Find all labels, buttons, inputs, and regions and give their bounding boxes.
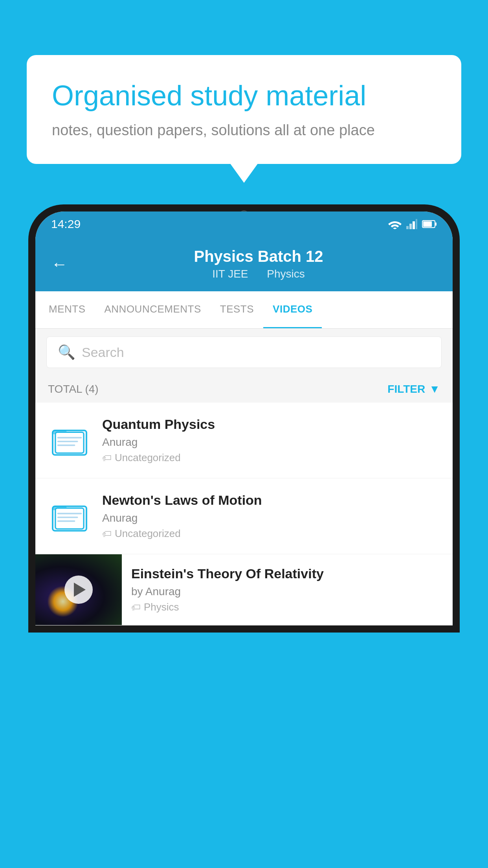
back-button[interactable]: ← (51, 255, 68, 274)
tag-icon-2: 🏷 (102, 528, 112, 539)
filter-button[interactable]: FILTER ▼ (387, 383, 440, 395)
list-item[interactable]: Quantum Physics Anurag 🏷 Uncategorized (35, 403, 453, 478)
svg-rect-5 (423, 221, 432, 227)
tag-icon-1: 🏷 (102, 452, 112, 463)
svg-rect-15 (57, 517, 78, 518)
svg-rect-11 (57, 445, 75, 446)
phone-outer: 14:29 (28, 204, 460, 633)
status-icons (388, 219, 437, 229)
svg-rect-10 (57, 441, 78, 442)
list-item[interactable]: Newton's Laws of Motion Anurag 🏷 Uncateg… (35, 478, 453, 554)
speech-bubble: Organised study material notes, question… (27, 55, 461, 164)
svg-rect-6 (435, 223, 437, 226)
header-title-area: Physics Batch 12 IIT JEE Physics (80, 248, 437, 280)
speech-bubble-container: Organised study material notes, question… (27, 55, 461, 164)
list-item[interactable]: Einstein's Theory Of Relativity by Anura… (35, 554, 453, 625)
video-author-3: by Anurag (131, 585, 443, 598)
folder-icon (51, 421, 88, 459)
svg-rect-1 (409, 224, 412, 229)
phone-frame: 14:29 (28, 204, 460, 868)
svg-rect-0 (406, 226, 409, 229)
video-info-3: Einstein's Theory Of Relativity by Anura… (122, 555, 453, 624)
tab-announcements[interactable]: ANNOUNCEMENTS (95, 291, 211, 328)
video-title-2: Newton's Laws of Motion (102, 493, 440, 508)
filter-icon: ▼ (429, 383, 440, 395)
filter-label: FILTER (387, 383, 425, 395)
battery-icon (422, 220, 437, 228)
video-title-3: Einstein's Theory Of Relativity (131, 566, 443, 581)
tab-ments[interactable]: MENTS (39, 291, 95, 328)
tab-tests[interactable]: TESTS (211, 291, 263, 328)
tab-videos[interactable]: VIDEOS (263, 291, 322, 328)
tag-icon-3: 🏷 (131, 602, 141, 613)
video-tag-2: 🏷 Uncategorized (102, 528, 440, 540)
header-subtitle: IIT JEE Physics (80, 268, 437, 280)
svg-rect-3 (416, 219, 417, 229)
video-title-1: Quantum Physics (102, 417, 440, 432)
svg-rect-8 (55, 432, 84, 453)
svg-rect-13 (55, 508, 84, 529)
svg-rect-9 (57, 437, 82, 439)
filter-bar: TOTAL (4) FILTER ▼ (35, 376, 453, 403)
bubble-title: Organised study material (52, 79, 436, 112)
video-thumbnail (35, 554, 122, 625)
svg-rect-2 (413, 221, 415, 229)
tag-label-1: Uncategorized (115, 452, 181, 464)
svg-rect-14 (57, 513, 82, 515)
video-author-1: Anurag (102, 436, 440, 449)
search-bar[interactable]: 🔍 Search (46, 337, 442, 368)
video-tag-3: 🏷 Physics (131, 601, 443, 613)
tag-label-2: Uncategorized (115, 528, 181, 540)
search-container: 🔍 Search (35, 329, 453, 376)
video-list: Quantum Physics Anurag 🏷 Uncategorized (35, 403, 453, 625)
video-info-2: Newton's Laws of Motion Anurag 🏷 Uncateg… (102, 493, 440, 540)
folder-thumb-1 (48, 419, 91, 462)
video-tag-1: 🏷 Uncategorized (102, 452, 440, 464)
folder-icon (51, 497, 88, 535)
header-subtitle-physics: Physics (267, 268, 305, 280)
app-header: ← Physics Batch 12 IIT JEE Physics (35, 237, 453, 291)
wifi-icon (388, 219, 402, 229)
search-icon: 🔍 (58, 344, 75, 360)
search-placeholder-text: Search (82, 345, 124, 360)
tag-label-3: Physics (144, 601, 179, 613)
phone-inner: 14:29 (35, 211, 453, 625)
header-subtitle-iitjee: IIT JEE (212, 268, 248, 280)
signal-icon (406, 219, 417, 229)
svg-rect-16 (57, 520, 75, 522)
video-author-2: Anurag (102, 512, 440, 524)
bubble-subtitle: notes, question papers, solutions all at… (52, 122, 436, 139)
play-triangle (74, 583, 86, 597)
tab-bar: MENTS ANNOUNCEMENTS TESTS VIDEOS (35, 291, 453, 329)
total-count: TOTAL (4) (48, 383, 99, 395)
folder-thumb-2 (48, 495, 91, 538)
header-title: Physics Batch 12 (80, 248, 437, 265)
status-time: 14:29 (51, 217, 81, 231)
play-button[interactable] (64, 576, 93, 604)
video-info-1: Quantum Physics Anurag 🏷 Uncategorized (102, 417, 440, 464)
status-bar: 14:29 (35, 211, 453, 237)
